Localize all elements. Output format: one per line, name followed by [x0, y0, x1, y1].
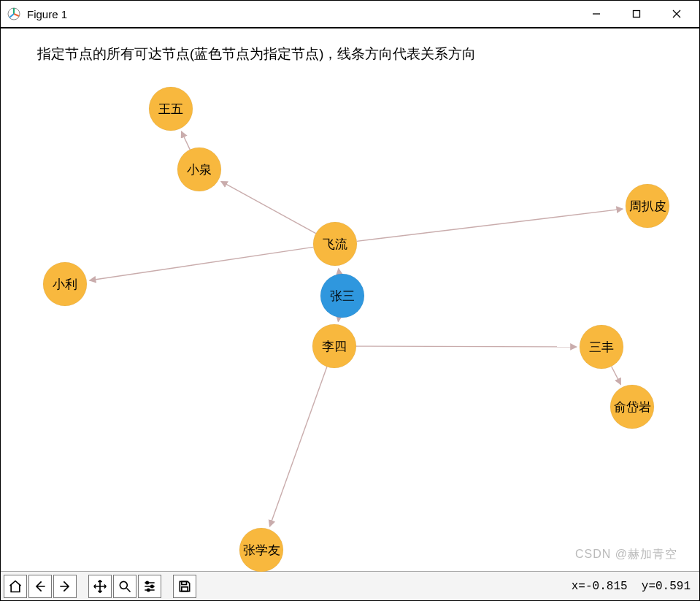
svg-point-8 — [147, 589, 150, 591]
svg-rect-2 — [633, 11, 639, 18]
window-title: Figure 1 — [27, 8, 67, 20]
graph-edge — [181, 131, 190, 150]
graph-node-label: 小泉 — [187, 163, 212, 177]
network-graph: 张三飞流李四小泉王五周扒皮小利三丰俞岱岩张学友 — [1, 28, 699, 572]
svg-point-7 — [151, 585, 153, 587]
svg-point-6 — [146, 581, 148, 583]
figure-canvas[interactable]: 指定节点的所有可达节点(蓝色节点为指定节点)，线条方向代表关系方向 张三飞流李四… — [1, 28, 699, 571]
configure-button[interactable] — [138, 575, 161, 598]
cursor-coordinates: x=-0.815 y=0.591 — [572, 580, 696, 593]
graph-edge — [338, 318, 339, 322]
pan-button[interactable] — [88, 575, 112, 598]
minimize-button[interactable] — [576, 1, 616, 27]
back-button[interactable] — [28, 575, 52, 598]
home-button[interactable] — [4, 575, 27, 598]
forward-button[interactable] — [53, 575, 77, 598]
graph-node-label: 李四 — [322, 340, 347, 353]
graph-edge — [269, 367, 326, 527]
maximize-button[interactable] — [616, 1, 656, 27]
matplotlib-icon — [7, 7, 21, 21]
svg-rect-10 — [182, 586, 188, 591]
figure-window: Figure 1 指定节点的所有可达节点(蓝色节点为指定节点)，线条方向代表关系… — [0, 0, 700, 601]
graph-edge — [612, 367, 621, 385]
graph-edge — [90, 247, 314, 280]
graph-node-label: 王五 — [158, 102, 183, 116]
graph-edge — [356, 346, 577, 347]
close-button[interactable] — [656, 1, 696, 27]
zoom-button[interactable] — [113, 575, 136, 598]
svg-rect-9 — [182, 581, 187, 584]
graph-edge — [357, 209, 623, 241]
graph-node-label: 三丰 — [589, 340, 614, 354]
graph-node-label: 张三 — [330, 289, 355, 303]
graph-node-label: 俞岱岩 — [614, 400, 651, 414]
graph-node-label: 周扒皮 — [629, 199, 666, 213]
graph-node-label: 飞流 — [323, 237, 347, 251]
titlebar: Figure 1 — [1, 1, 699, 28]
graph-node-label: 小利 — [53, 277, 77, 291]
toolbar: x=-0.815 y=0.591 — [1, 571, 699, 600]
save-button[interactable] — [173, 575, 196, 598]
graph-edge — [221, 181, 316, 233]
graph-node-label: 张学友 — [243, 543, 280, 557]
graph-edge — [339, 269, 339, 275]
svg-point-5 — [120, 581, 127, 589]
